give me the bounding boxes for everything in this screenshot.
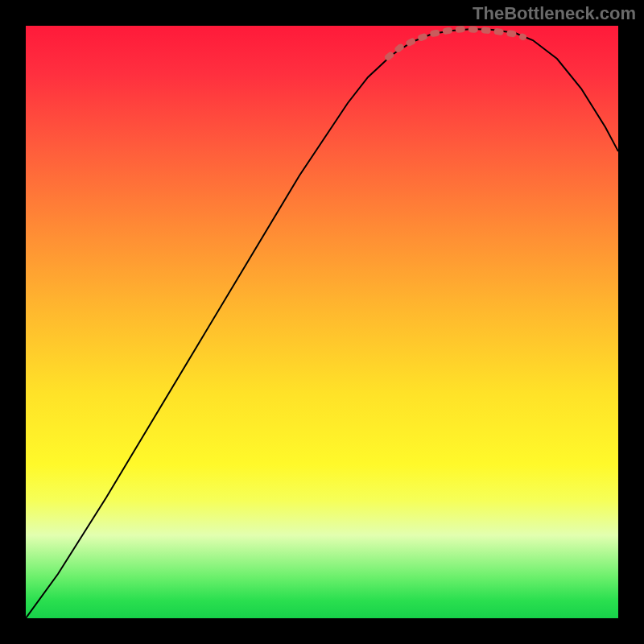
watermark-text: TheBottleneck.com (473, 3, 636, 24)
bottleneck-curve (26, 29, 618, 618)
chart-container: TheBottleneck.com (0, 0, 644, 644)
marker-segment (388, 29, 523, 57)
curve-svg (26, 26, 618, 618)
plot-area (26, 26, 618, 618)
